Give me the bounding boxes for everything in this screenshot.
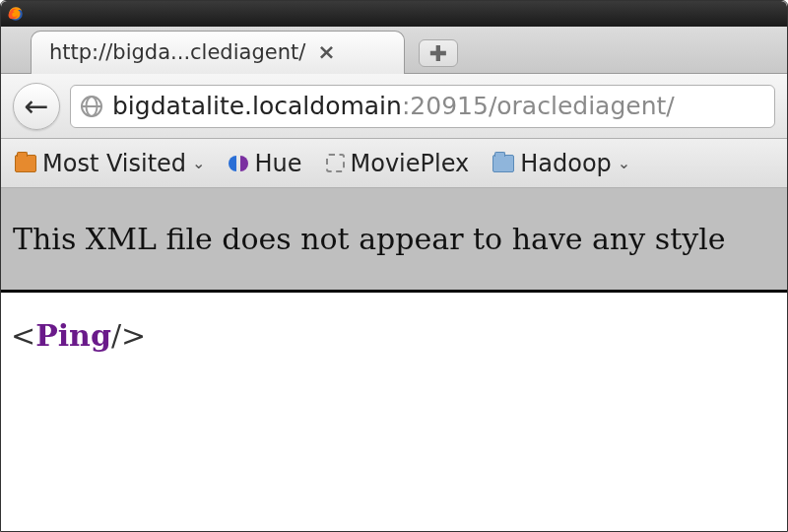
chevron-down-icon: ⌄ — [618, 154, 630, 172]
xml-tag-name: Ping — [35, 318, 111, 353]
xml-no-style-banner: This XML file does not appear to have an… — [1, 188, 787, 290]
xml-content: <Ping/> — [1, 293, 787, 378]
arrow-left-icon: ← — [24, 89, 48, 123]
close-icon[interactable]: × — [317, 39, 335, 64]
window-titlebar — [1, 1, 787, 27]
folder-icon — [492, 155, 514, 172]
new-tab-button[interactable]: ✚ — [419, 39, 458, 67]
hue-icon — [229, 154, 248, 173]
tab-bar: http://bigda...clediagent/ × ✚ — [1, 27, 787, 74]
globe-icon — [81, 96, 102, 117]
bookmark-hue[interactable]: Hue — [229, 150, 301, 177]
bookmark-label: Most Visited — [42, 150, 186, 177]
bookmark-hadoop[interactable]: Hadoop ⌄ — [492, 150, 630, 177]
navigation-toolbar: ← bigdatalite.localdomain:20915/oracledi… — [1, 74, 787, 139]
url-host: bigdatalite.localdomain — [112, 92, 402, 120]
xml-tag: <Ping/> — [11, 318, 146, 353]
back-button[interactable]: ← — [13, 83, 60, 130]
bookmark-label: Hue — [254, 150, 301, 177]
firefox-logo-icon — [7, 5, 25, 23]
plus-icon: ✚ — [429, 41, 447, 66]
bookmarks-toolbar: Most Visited ⌄ Hue MoviePlex Hadoop ⌄ — [1, 139, 787, 188]
bookmark-label: Hadoop — [520, 150, 612, 177]
url-port-path: :20915/oraclediagent/ — [402, 92, 675, 120]
bookmark-movieplex[interactable]: MoviePlex — [326, 150, 470, 177]
url-bar[interactable]: bigdatalite.localdomain:20915/oraclediag… — [70, 85, 775, 128]
banner-text: This XML file does not appear to have an… — [13, 222, 726, 256]
chevron-down-icon: ⌄ — [192, 154, 205, 172]
bookmark-label: MoviePlex — [351, 150, 470, 177]
browser-tab-active[interactable]: http://bigda...clediagent/ × — [31, 31, 405, 74]
folder-icon — [15, 155, 36, 172]
bookmark-most-visited[interactable]: Most Visited ⌄ — [15, 150, 205, 177]
placeholder-icon — [326, 154, 345, 172]
url-text: bigdatalite.localdomain:20915/oraclediag… — [112, 92, 675, 120]
tab-title: http://bigda...clediagent/ — [49, 40, 305, 64]
